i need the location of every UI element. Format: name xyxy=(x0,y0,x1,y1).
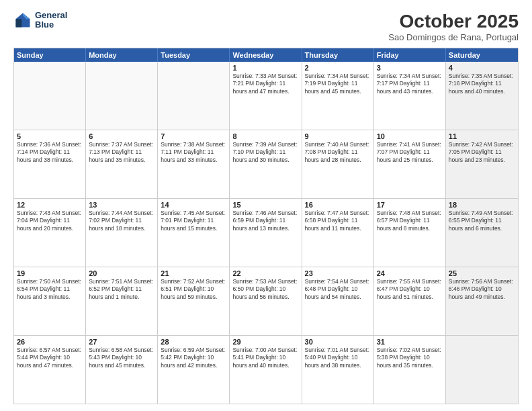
day-info: Sunrise: 7:45 AM Sunset: 7:01 PM Dayligh… xyxy=(161,210,226,232)
day-cell: 23Sunrise: 7:54 AM Sunset: 6:48 PM Dayli… xyxy=(302,267,374,335)
day-info: Sunrise: 7:40 AM Sunset: 7:08 PM Dayligh… xyxy=(305,141,371,164)
day-number: 31 xyxy=(377,338,443,346)
page: General Blue October 2025 Sao Domingos d… xyxy=(0,0,532,411)
week-row: 1Sunrise: 7:33 AM Sunset: 7:21 PM Daylig… xyxy=(14,62,518,130)
day-info: Sunrise: 7:37 AM Sunset: 7:13 PM Dayligh… xyxy=(89,141,154,164)
day-cell: 5Sunrise: 7:36 AM Sunset: 7:14 PM Daylig… xyxy=(14,130,86,198)
day-cell: 28Sunrise: 6:59 AM Sunset: 5:42 PM Dayli… xyxy=(158,336,230,404)
day-info: Sunrise: 7:53 AM Sunset: 6:50 PM Dayligh… xyxy=(232,278,298,301)
week-row: 26Sunrise: 6:57 AM Sunset: 5:44 PM Dayli… xyxy=(14,335,518,404)
day-header: Thursday xyxy=(302,48,374,62)
logo: General Blue xyxy=(13,11,67,30)
day-number: 21 xyxy=(161,269,226,277)
day-number: 28 xyxy=(161,338,226,346)
day-cell: 11Sunrise: 7:42 AM Sunset: 7:05 PM Dayli… xyxy=(446,130,518,198)
day-number: 16 xyxy=(305,201,371,209)
day-header: Sunday xyxy=(14,48,86,62)
day-number: 15 xyxy=(232,201,298,209)
day-header: Tuesday xyxy=(158,48,230,62)
day-info: Sunrise: 7:02 AM Sunset: 5:38 PM Dayligh… xyxy=(377,347,443,369)
day-info: Sunrise: 6:59 AM Sunset: 5:42 PM Dayligh… xyxy=(161,347,226,369)
day-headers: SundayMondayTuesdayWednesdayThursdayFrid… xyxy=(14,48,518,62)
day-info: Sunrise: 7:00 AM Sunset: 5:41 PM Dayligh… xyxy=(232,347,298,369)
day-info: Sunrise: 7:34 AM Sunset: 7:19 PM Dayligh… xyxy=(305,73,371,95)
day-info: Sunrise: 7:39 AM Sunset: 7:10 PM Dayligh… xyxy=(232,141,298,164)
day-number: 25 xyxy=(449,269,515,277)
day-cell: 25Sunrise: 7:56 AM Sunset: 6:46 PM Dayli… xyxy=(446,267,518,335)
week-row: 12Sunrise: 7:43 AM Sunset: 7:04 PM Dayli… xyxy=(14,198,518,267)
day-cell: 8Sunrise: 7:39 AM Sunset: 7:10 PM Daylig… xyxy=(230,130,302,198)
month-title: October 2025 xyxy=(388,11,519,32)
day-number: 20 xyxy=(89,269,154,277)
day-cell: 4Sunrise: 7:35 AM Sunset: 7:16 PM Daylig… xyxy=(446,62,518,130)
day-cell: 3Sunrise: 7:34 AM Sunset: 7:17 PM Daylig… xyxy=(374,62,446,130)
day-cell xyxy=(158,62,230,130)
day-info: Sunrise: 7:46 AM Sunset: 6:59 PM Dayligh… xyxy=(232,210,298,232)
day-cell xyxy=(14,62,86,130)
day-cell: 9Sunrise: 7:40 AM Sunset: 7:08 PM Daylig… xyxy=(302,130,374,198)
day-number: 23 xyxy=(305,269,371,277)
day-number: 8 xyxy=(232,132,298,140)
location: Sao Domingos de Rana, Portugal xyxy=(388,32,519,42)
day-number: 12 xyxy=(17,201,83,209)
day-info: Sunrise: 7:55 AM Sunset: 6:47 PM Dayligh… xyxy=(377,278,443,301)
day-info: Sunrise: 7:35 AM Sunset: 7:16 PM Dayligh… xyxy=(449,73,515,95)
day-info: Sunrise: 7:34 AM Sunset: 7:17 PM Dayligh… xyxy=(377,73,443,95)
day-cell xyxy=(446,336,518,404)
day-info: Sunrise: 6:58 AM Sunset: 5:43 PM Dayligh… xyxy=(89,347,154,369)
calendar: SundayMondayTuesdayWednesdayThursdayFrid… xyxy=(13,48,519,404)
day-cell: 21Sunrise: 7:52 AM Sunset: 6:51 PM Dayli… xyxy=(158,267,230,335)
day-info: Sunrise: 7:36 AM Sunset: 7:14 PM Dayligh… xyxy=(17,141,83,164)
day-number: 24 xyxy=(377,269,443,277)
day-info: Sunrise: 7:47 AM Sunset: 6:58 PM Dayligh… xyxy=(305,210,371,232)
weeks: 1Sunrise: 7:33 AM Sunset: 7:21 PM Daylig… xyxy=(14,62,518,404)
day-number: 11 xyxy=(449,132,515,140)
day-info: Sunrise: 7:01 AM Sunset: 5:40 PM Dayligh… xyxy=(305,347,371,369)
day-info: Sunrise: 7:49 AM Sunset: 6:55 PM Dayligh… xyxy=(449,210,515,232)
day-info: Sunrise: 7:42 AM Sunset: 7:05 PM Dayligh… xyxy=(449,141,515,164)
day-info: Sunrise: 7:33 AM Sunset: 7:21 PM Dayligh… xyxy=(232,73,298,95)
day-number: 27 xyxy=(89,338,154,346)
day-number: 1 xyxy=(232,64,298,72)
day-cell: 27Sunrise: 6:58 AM Sunset: 5:43 PM Dayli… xyxy=(86,336,158,404)
day-info: Sunrise: 7:38 AM Sunset: 7:11 PM Dayligh… xyxy=(161,141,226,164)
day-info: Sunrise: 7:51 AM Sunset: 6:52 PM Dayligh… xyxy=(89,278,154,301)
day-cell: 7Sunrise: 7:38 AM Sunset: 7:11 PM Daylig… xyxy=(158,130,230,198)
day-number: 17 xyxy=(377,201,443,209)
day-number: 2 xyxy=(305,64,371,72)
day-number: 19 xyxy=(17,269,83,277)
day-cell: 2Sunrise: 7:34 AM Sunset: 7:19 PM Daylig… xyxy=(302,62,374,130)
day-cell: 20Sunrise: 7:51 AM Sunset: 6:52 PM Dayli… xyxy=(86,267,158,335)
day-cell: 19Sunrise: 7:50 AM Sunset: 6:54 PM Dayli… xyxy=(14,267,86,335)
day-cell: 15Sunrise: 7:46 AM Sunset: 6:59 PM Dayli… xyxy=(230,199,302,267)
title-block: October 2025 Sao Domingos de Rana, Portu… xyxy=(388,11,519,42)
day-number: 29 xyxy=(232,338,298,346)
day-cell: 6Sunrise: 7:37 AM Sunset: 7:13 PM Daylig… xyxy=(86,130,158,198)
day-cell: 22Sunrise: 7:53 AM Sunset: 6:50 PM Dayli… xyxy=(230,267,302,335)
day-cell: 12Sunrise: 7:43 AM Sunset: 7:04 PM Dayli… xyxy=(14,199,86,267)
day-header: Monday xyxy=(86,48,158,62)
day-header: Saturday xyxy=(446,48,518,62)
day-cell: 24Sunrise: 7:55 AM Sunset: 6:47 PM Dayli… xyxy=(374,267,446,335)
day-cell: 14Sunrise: 7:45 AM Sunset: 7:01 PM Dayli… xyxy=(158,199,230,267)
day-cell xyxy=(86,62,158,130)
header: General Blue October 2025 Sao Domingos d… xyxy=(13,11,519,42)
day-info: Sunrise: 7:44 AM Sunset: 7:02 PM Dayligh… xyxy=(89,210,154,232)
day-number: 9 xyxy=(305,132,371,140)
svg-rect-3 xyxy=(16,19,22,28)
day-cell: 31Sunrise: 7:02 AM Sunset: 5:38 PM Dayli… xyxy=(374,336,446,404)
logo-text: General Blue xyxy=(35,11,67,30)
day-cell: 1Sunrise: 7:33 AM Sunset: 7:21 PM Daylig… xyxy=(230,62,302,130)
day-number: 10 xyxy=(377,132,443,140)
day-number: 5 xyxy=(17,132,83,140)
week-row: 19Sunrise: 7:50 AM Sunset: 6:54 PM Dayli… xyxy=(14,267,518,335)
day-cell: 13Sunrise: 7:44 AM Sunset: 7:02 PM Dayli… xyxy=(86,199,158,267)
day-cell: 10Sunrise: 7:41 AM Sunset: 7:07 PM Dayli… xyxy=(374,130,446,198)
day-number: 26 xyxy=(17,338,83,346)
day-cell: 26Sunrise: 6:57 AM Sunset: 5:44 PM Dayli… xyxy=(14,336,86,404)
day-number: 14 xyxy=(161,201,226,209)
day-number: 3 xyxy=(377,64,443,72)
day-info: Sunrise: 6:57 AM Sunset: 5:44 PM Dayligh… xyxy=(17,347,83,369)
day-number: 22 xyxy=(232,269,298,277)
day-info: Sunrise: 7:41 AM Sunset: 7:07 PM Dayligh… xyxy=(377,141,443,164)
